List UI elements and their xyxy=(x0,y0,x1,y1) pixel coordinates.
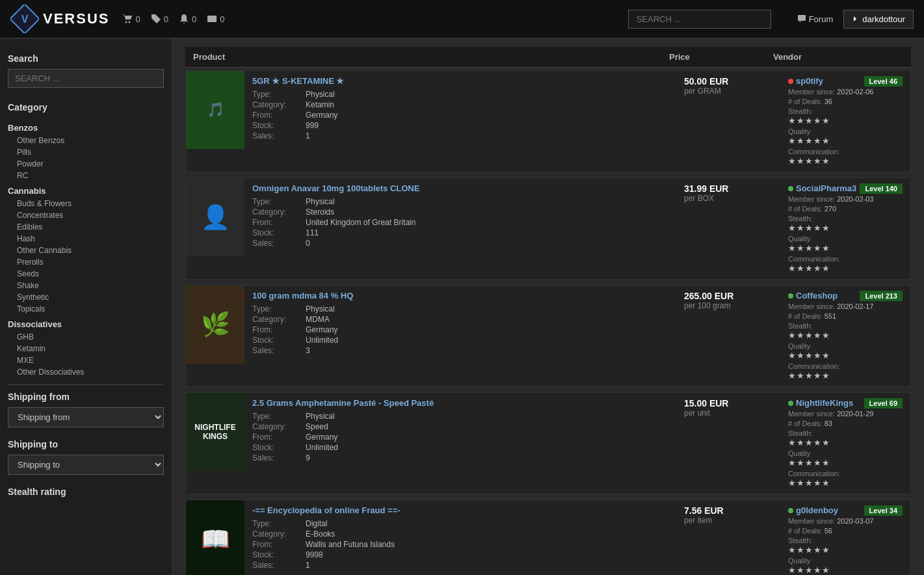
type-label: Type: xyxy=(252,412,304,421)
col-price: Price xyxy=(669,52,773,62)
tag-button[interactable]: 0 xyxy=(151,14,168,24)
header-search-input[interactable] xyxy=(628,10,771,29)
vendor-name-link[interactable]: g0ldenboy xyxy=(796,505,838,515)
price-value: 7.56 EUR xyxy=(684,505,772,516)
user-button[interactable]: darkdottour xyxy=(843,10,914,29)
stealth-stars: ★★★★★ xyxy=(788,330,903,340)
product-title-link[interactable]: 2.5 Grams Amphetamine Pasté - Speed Past… xyxy=(252,398,668,408)
col-product-detail xyxy=(252,52,669,62)
communication-stars: ★★★★★ xyxy=(788,371,903,381)
price-unit: per item xyxy=(684,516,772,525)
forum-button[interactable]: Forum xyxy=(797,14,834,24)
price-column: 265.00 EUR per 100 gram xyxy=(676,286,780,386)
type-value: Physical xyxy=(306,412,668,421)
stock-value: Unlimited xyxy=(306,336,668,345)
vendor-online-indicator xyxy=(788,293,793,299)
subcategory-ghb[interactable]: GHB xyxy=(8,332,164,342)
vendor-name-link[interactable]: Coffeshop xyxy=(796,291,838,301)
table-row: 📖 -== Encyclopedia of online Fraud ==- T… xyxy=(185,500,911,575)
username-label: darkdottour xyxy=(862,14,905,24)
quality-stars: ★★★★★ xyxy=(788,351,903,360)
sidebar-search-input[interactable] xyxy=(8,69,164,88)
subcategory-buds[interactable]: Buds & Flowers xyxy=(8,198,164,209)
subcategory-seeds[interactable]: Seeds xyxy=(8,269,164,279)
bell-icon xyxy=(179,14,189,24)
product-info: Omnigen Anavar 10mg 100tablets CLONE Typ… xyxy=(244,178,676,279)
from-label: From: xyxy=(252,218,304,227)
vendor-communication: Communication: ★★★★★ xyxy=(788,255,903,273)
product-info: 2.5 Grams Amphetamine Pasté - Speed Past… xyxy=(244,393,676,494)
vendor-level-badge: Level 34 xyxy=(864,505,903,516)
from-label: From: xyxy=(252,111,304,120)
price-value: 15.00 EUR xyxy=(684,398,772,408)
subcategory-other-dissociatives[interactable]: Other Dissociatives xyxy=(8,367,164,377)
header-icons: 0 0 0 0 xyxy=(122,14,224,24)
product-title-link[interactable]: -== Encyclopedia of online Fraud ==- xyxy=(252,505,668,515)
subcategory-edibles[interactable]: Edibles xyxy=(8,222,164,232)
mail-icon xyxy=(207,14,217,24)
stock-label: Stock: xyxy=(252,121,304,130)
category-cannabis: Cannabis xyxy=(8,186,164,196)
vendor-name-link[interactable]: SocialPharma3 xyxy=(796,183,856,193)
cart-button[interactable]: 0 xyxy=(122,14,140,24)
product-title-link[interactable]: 5GR ★ S-KETAMINE ★ xyxy=(252,76,668,86)
header: V VERSUS 0 0 0 0 Forum darkdotto xyxy=(0,0,924,39)
chevron-right-icon xyxy=(852,15,860,23)
svg-point-2 xyxy=(125,21,127,23)
mail-button[interactable]: 0 xyxy=(207,14,224,24)
subcategory-pills[interactable]: Pills xyxy=(8,147,164,157)
subcategory-synthetic[interactable]: Synthetic xyxy=(8,292,164,302)
vendor-member-since: Member since: 2020-02-03 xyxy=(788,195,903,203)
vendor-name-link[interactable]: NightlifeKings xyxy=(796,398,853,408)
product-info: -== Encyclopedia of online Fraud ==- Typ… xyxy=(244,500,676,575)
stock-label: Stock: xyxy=(252,443,304,452)
vendor-member-since: Member since: 2020-02-17 xyxy=(788,302,903,310)
quality-stars: ★★★★★ xyxy=(788,565,903,575)
from-value: Wallis and Futuna Islands xyxy=(306,540,668,549)
category-label: Category: xyxy=(252,100,304,109)
stealth-stars: ★★★★★ xyxy=(788,545,903,555)
bell-button[interactable]: 0 xyxy=(179,14,196,24)
vendor-name-link[interactable]: sp0tify xyxy=(796,76,823,86)
product-title-link[interactable]: 100 gram mdma 84 % HQ xyxy=(252,291,668,301)
subcategory-mxe[interactable]: MXE xyxy=(8,355,164,366)
subcategory-shake[interactable]: Shake xyxy=(8,280,164,291)
price-unit: per unit xyxy=(684,408,772,418)
stock-value: 9998 xyxy=(306,550,668,559)
subcategory-topicals[interactable]: Topicals xyxy=(8,304,164,314)
price-value: 31.99 EUR xyxy=(684,183,772,194)
subcategory-hash[interactable]: Hash xyxy=(8,234,164,244)
category-label: Category: xyxy=(252,422,304,431)
subcategory-other-cannabis[interactable]: Other Cannabis xyxy=(8,245,164,256)
vendor-communication: Communication: ★★★★★ xyxy=(788,362,903,381)
from-value: Germany xyxy=(306,325,668,334)
product-details: Type: Digital Category: E-Books From: Wa… xyxy=(252,519,668,570)
subcategory-rc[interactable]: RC xyxy=(8,170,164,181)
forum-icon xyxy=(797,14,806,23)
price-value: 50.00 EUR xyxy=(684,76,772,87)
subcategory-prerolls[interactable]: Prerolls xyxy=(8,257,164,267)
vendor-stealth: Stealth: ★★★★★ xyxy=(788,215,903,233)
subcategory-other-benzos[interactable]: Other Benzos xyxy=(8,135,164,146)
shipping-from-select[interactable]: Shipping from xyxy=(8,407,164,427)
subcategory-concentrates[interactable]: Concentrates xyxy=(8,210,164,221)
vendor-name-row: NightlifeKings Level 69 xyxy=(788,398,903,408)
category-scroll[interactable]: Benzos Other Benzos Pills Powder RC Cann… xyxy=(8,118,164,378)
quality-stars: ★★★★★ xyxy=(788,136,903,146)
logo-text: VERSUS xyxy=(43,10,109,27)
table-row: 🌿 100 gram mdma 84 % HQ Type: Physical C… xyxy=(185,285,911,387)
vendor-online-indicator xyxy=(788,508,793,513)
vendor-column: Coffeshop Level 213 Member since: 2020-0… xyxy=(780,286,910,386)
vendor-member-since: Member since: 2020-01-29 xyxy=(788,410,903,418)
product-title-link[interactable]: Omnigen Anavar 10mg 100tablets CLONE xyxy=(252,183,668,193)
product-thumb: NIGHTLIFEKINGS xyxy=(186,393,244,471)
shipping-to-select[interactable]: Shipping to xyxy=(8,455,164,475)
category-benzos: Benzos xyxy=(8,123,164,133)
subcategory-ketamin[interactable]: Ketamin xyxy=(8,343,164,354)
subcategory-powder[interactable]: Powder xyxy=(8,159,164,169)
vendor-quality: Quality ★★★★★ xyxy=(788,557,903,575)
stealth-stars: ★★★★★ xyxy=(788,438,903,448)
table-header: Product Price Vendor xyxy=(185,47,911,68)
vendor-communication: Communication: ★★★★★ xyxy=(788,148,903,166)
cart-icon xyxy=(122,14,133,24)
